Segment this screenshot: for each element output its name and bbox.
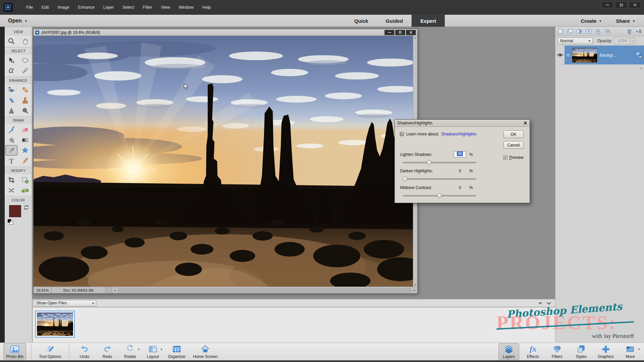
crop-tool[interactable]: [5, 175, 17, 185]
swap-colors-icon[interactable]: [23, 204, 29, 210]
spot-healing-tool[interactable]: [19, 84, 31, 95]
taskbar-redo-button[interactable]: Redo: [97, 343, 118, 360]
show-open-files-dropdown[interactable]: Show Open Files ▾: [34, 300, 96, 306]
dialog-titlebar[interactable]: Shadows/Highlights ✕: [395, 120, 530, 127]
taskbar-photo-bin-button[interactable]: Photo Bin: [3, 343, 26, 360]
scroll-up-icon[interactable]: ▴: [415, 36, 416, 39]
document-titlebar[interactable]: JAYP3397.jpg @ 19.6% (RGB/8) ✕: [34, 29, 417, 36]
sharpen-tool[interactable]: [5, 105, 17, 116]
menu-select[interactable]: Select: [122, 5, 134, 10]
foreground-color-swatch[interactable]: [9, 205, 21, 217]
scroll-right-icon[interactable]: ▸: [412, 289, 417, 292]
collapse-bin-icon[interactable]: [547, 300, 551, 305]
red-eye-tool[interactable]: [5, 84, 17, 95]
taskbar-undo-button[interactable]: Undo: [74, 343, 95, 360]
status-expand-button[interactable]: 〉: [105, 287, 112, 293]
selected-layer[interactable]: ⧉ Backgr...: [565, 46, 644, 64]
layer-visibility-toggle[interactable]: [555, 46, 565, 64]
zoom-level-readout[interactable]: 19.61%: [34, 287, 52, 293]
tab-quick[interactable]: Quick: [345, 15, 377, 27]
learn-more-link[interactable]: Shadows/Highlights: [441, 132, 476, 136]
taskbar-rotate-button[interactable]: Rotate▾: [120, 343, 141, 360]
horizontal-scrollbar[interactable]: ◂ ▸: [112, 287, 417, 293]
blend-mode-select[interactable]: Normal ▾: [558, 38, 593, 44]
opacity-input[interactable]: 100%: [614, 38, 630, 44]
menu-enhance[interactable]: Enhance: [78, 5, 94, 10]
default-colors-icon[interactable]: [8, 219, 13, 225]
document-canvas[interactable]: [34, 36, 413, 287]
darken-highlights-value[interactable]: 0: [454, 169, 466, 173]
brush-tool[interactable]: [5, 124, 17, 135]
menu-image[interactable]: Image: [58, 5, 69, 10]
ok-button[interactable]: OK: [503, 130, 524, 138]
menu-file[interactable]: File: [26, 5, 33, 10]
eraser-tool[interactable]: [19, 124, 31, 135]
move-tool[interactable]: [5, 55, 17, 65]
document-maximize-button[interactable]: [395, 30, 405, 35]
taskbar-organizer-button[interactable]: Organizer: [165, 343, 189, 360]
adjustment-layer-button[interactable]: [576, 28, 583, 35]
tab-guided[interactable]: Guided: [377, 15, 412, 27]
slider-handle[interactable]: [437, 193, 442, 198]
taskbar-layers-button[interactable]: Layers: [498, 343, 519, 360]
cancel-button[interactable]: Cancel: [503, 141, 524, 149]
eyedropper-tool[interactable]: [5, 145, 17, 156]
midtone-contrast-slider[interactable]: [403, 193, 476, 198]
gradient-tool[interactable]: [19, 135, 31, 145]
open-button[interactable]: Open ▾: [8, 15, 27, 27]
lighten-shadows-slider[interactable]: [403, 160, 476, 165]
menu-filter[interactable]: Filter: [143, 5, 152, 10]
layer-row[interactable]: ⧉ Backgr...: [555, 46, 644, 65]
lock-transparency-button[interactable]: [604, 28, 611, 35]
panel-menu-button[interactable]: ▾: [636, 28, 642, 35]
marquee-tool[interactable]: [19, 55, 31, 65]
tab-expert[interactable]: Expert: [412, 15, 445, 27]
scroll-down-icon[interactable]: ▾: [415, 283, 416, 286]
menu-view[interactable]: View: [161, 5, 170, 10]
zoom-tool[interactable]: [5, 36, 17, 46]
blur-tool[interactable]: [19, 105, 31, 116]
hand-tool[interactable]: [19, 36, 31, 46]
dialog-close-icon[interactable]: ✕: [523, 121, 527, 125]
midtone-contrast-value[interactable]: 0: [454, 185, 466, 190]
preview-checkbox[interactable]: ✓: [503, 156, 507, 160]
menu-edit[interactable]: Edit: [42, 5, 49, 10]
opacity-dropdown-icon[interactable]: ▾: [630, 38, 635, 44]
slider-handle[interactable]: [403, 177, 407, 181]
delete-layer-button[interactable]: [626, 28, 633, 35]
menu-help[interactable]: Help: [202, 5, 211, 10]
paint-bucket-tool[interactable]: [5, 135, 17, 145]
bin-panel-menu-icon[interactable]: ▾≡: [539, 301, 542, 305]
window-minimize-button[interactable]: [601, 1, 614, 8]
create-button[interactable]: Create▾: [581, 18, 601, 24]
straighten-tool[interactable]: [19, 185, 31, 195]
shape-tool[interactable]: [19, 145, 31, 156]
photo-bin-thumbnail[interactable]: [35, 311, 75, 338]
taskbar-filters-button[interactable]: Filters: [547, 343, 568, 360]
darken-highlights-slider[interactable]: [403, 177, 476, 181]
taskbar-home-screen-button[interactable]: Home Screen: [190, 343, 220, 360]
scroll-left-icon[interactable]: ◂: [112, 289, 117, 292]
taskbar-styles-button[interactable]: Styles: [571, 343, 592, 360]
duplicate-layer-button[interactable]: [567, 28, 573, 35]
content-aware-move-tool[interactable]: [5, 185, 17, 195]
layer-thumbnail[interactable]: [572, 48, 597, 63]
menu-window[interactable]: Window: [179, 5, 194, 10]
quick-selection-tool[interactable]: [19, 65, 31, 76]
document-minimize-button[interactable]: [384, 30, 394, 35]
lock-layer-button[interactable]: [595, 28, 601, 35]
menu-layer[interactable]: Layer: [103, 5, 114, 10]
new-layer-button[interactable]: [557, 28, 564, 35]
pencil-tool[interactable]: [19, 156, 31, 166]
window-maximize-button[interactable]: [615, 1, 628, 8]
lasso-tool[interactable]: [5, 65, 17, 76]
share-button[interactable]: Share▾: [616, 18, 635, 24]
type-tool[interactable]: T: [5, 156, 17, 166]
layer-mask-button[interactable]: [586, 28, 592, 35]
taskbar-tool-options-button[interactable]: Tool Options: [36, 343, 64, 360]
recompose-tool[interactable]: [19, 175, 31, 185]
clone-stamp-tool[interactable]: [19, 95, 31, 105]
slider-handle[interactable]: [427, 160, 431, 165]
document-close-button[interactable]: ✕: [406, 30, 416, 35]
layer-name[interactable]: Backgr...: [600, 53, 634, 58]
